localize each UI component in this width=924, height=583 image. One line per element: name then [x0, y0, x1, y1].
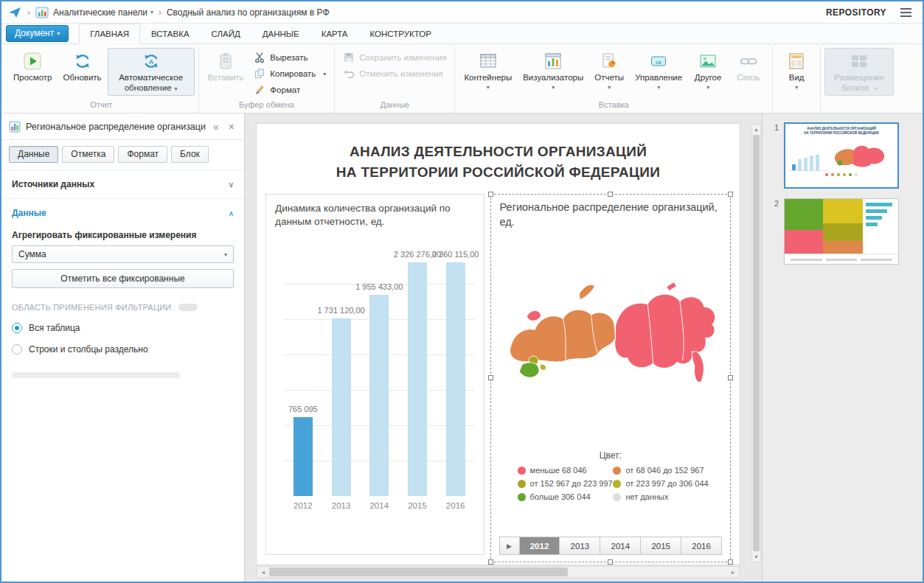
bar-column-2016[interactable]: 2 360 115,00 [437, 250, 475, 496]
bar-column-2015[interactable]: 2 326 276,00 [398, 250, 437, 496]
format-button[interactable]: Формат [249, 83, 330, 97]
management-button[interactable]: ок Управление ▾ [630, 48, 687, 92]
slide-thumbnail-1[interactable]: АНАЛИЗ ДЕЯТЕЛЬНОСТИ ОРГАНИЗАЦИЙ НА ТЕРРИ… [784, 122, 899, 189]
selection-handle[interactable] [728, 192, 733, 197]
auto-refresh-button[interactable]: A Автоматическое обновление▾ [108, 48, 195, 96]
mark-all-fixed-button[interactable]: Отметить все фиксированные [12, 269, 234, 288]
refresh-button[interactable]: Обновить [58, 48, 107, 85]
chevron-down-icon[interactable]: ▾ [150, 9, 153, 15]
legend-item: больше 306 044 [518, 492, 614, 501]
section-data[interactable]: Данные ∧ [1, 199, 244, 227]
other-button[interactable]: Другое ▾ [688, 48, 728, 92]
paste-button[interactable]: Вставить [203, 48, 249, 85]
bar-chart-block[interactable]: Динамика количества организаций по данны… [265, 194, 484, 555]
scroll-left-icon[interactable]: ◂ [257, 569, 269, 576]
bar-column-2012[interactable]: 765 095 [284, 250, 322, 496]
slide-thumbnail-2[interactable] [784, 198, 899, 265]
map-block[interactable]: Региональное распределение организаций, … [490, 194, 731, 562]
year-button-2013[interactable]: 2013 [560, 537, 600, 554]
legend-item: от 152 967 до 223 997 [518, 479, 614, 488]
selection-handle[interactable] [728, 559, 733, 565]
containers-button[interactable]: Контейнеры ▾ [459, 48, 517, 92]
scroll-down-icon[interactable]: ▾ [754, 552, 757, 562]
save-changes-button[interactable]: Сохранить изменения [338, 50, 451, 65]
horizontal-scroll-thumb[interactable] [269, 568, 568, 576]
selection-handle[interactable] [488, 559, 493, 565]
tab-home[interactable]: ГЛАВНАЯ [79, 24, 140, 44]
bar-column-2014[interactable]: 1 955 433,00 [360, 250, 398, 496]
scroll-right-icon[interactable]: ▸ [727, 569, 739, 576]
thumb-map [828, 137, 892, 171]
document-menu-button[interactable]: Документ▾ [6, 25, 69, 42]
scroll-up-icon[interactable]: ▴ [754, 125, 757, 134]
grip-handle[interactable] [178, 304, 198, 311]
cut-button[interactable]: Вырезать [249, 50, 330, 65]
chevron-down-icon: ∨ [229, 181, 234, 189]
horizontal-scrollbar[interactable]: ◂ ▸ [257, 566, 740, 578]
chevron-down-icon: ▾ [323, 71, 326, 77]
vertical-scroll-thumb[interactable] [753, 135, 760, 551]
selection-handle[interactable] [488, 192, 493, 197]
menu-icon[interactable] [898, 6, 914, 19]
breadcrumb-root[interactable]: Аналитические панели [53, 7, 147, 18]
block-layout-button[interactable]: Размещение блоков ▾ [824, 48, 894, 96]
panel-tab-format[interactable]: Формат [118, 146, 167, 163]
bar[interactable] [332, 318, 351, 496]
visualizers-button[interactable]: Визуализаторы ▾ [518, 48, 588, 92]
chevron-down-icon: ▾ [795, 85, 798, 90]
view-button[interactable]: Вид ▾ [777, 48, 816, 92]
selection-handle[interactable] [608, 559, 613, 565]
app-logo-icon[interactable] [7, 5, 22, 20]
bar[interactable] [369, 295, 389, 495]
blocks-icon [850, 52, 869, 71]
panel-tab-data[interactable]: Данные [9, 146, 58, 163]
close-panel-icon[interactable]: × [226, 121, 237, 133]
breadcrumb-current[interactable]: Сводный анализ по организациям в РФ [167, 7, 330, 18]
tab-map[interactable]: КАРТА [310, 24, 359, 43]
russia-map[interactable] [500, 232, 721, 447]
visualizers-label: Визуализаторы [523, 73, 583, 83]
tab-slide[interactable]: СЛАЙД [201, 24, 251, 43]
collapse-panel-icon[interactable]: « [211, 121, 221, 133]
thumbnail-row: 1 АНАЛИЗ ДЕЯТЕЛЬНОСТИ ОРГАНИЗАЦИЙ НА ТЕР… [770, 122, 917, 189]
section-data-sources[interactable]: Источники данных ∨ [1, 170, 244, 199]
year-button-2014[interactable]: 2014 [600, 537, 641, 554]
panel-tab-block[interactable]: Блок [171, 146, 209, 163]
selection-handle[interactable] [728, 375, 733, 380]
bar[interactable] [293, 417, 313, 495]
properties-panel: Региональное распределение организаций «… [1, 114, 245, 582]
panel-slider[interactable] [12, 372, 180, 378]
legend-color-dot [613, 493, 621, 501]
radio-unselected-icon[interactable] [12, 344, 22, 355]
bar[interactable] [408, 262, 427, 496]
radio-rows-cols[interactable]: Строки и столбцы раздельно [12, 344, 234, 355]
bar-column-2013[interactable]: 1 731 120,00 [322, 250, 361, 496]
selection-handle[interactable] [608, 192, 613, 197]
link-button[interactable]: Связь [729, 48, 768, 85]
undo-changes-button[interactable]: Отменить изменения [338, 66, 451, 81]
year-button-2012[interactable]: 2012 [520, 537, 560, 554]
panel-tab-mark[interactable]: Отметка [62, 146, 114, 163]
tab-constructor[interactable]: КОНСТРУКТОР [359, 24, 442, 43]
bar[interactable] [446, 262, 465, 496]
save-changes-label: Сохранить изменения [359, 53, 446, 62]
tab-insert[interactable]: ВСТАВКА [140, 24, 201, 43]
selection-handle[interactable] [488, 375, 493, 380]
year-button-2015[interactable]: 2015 [641, 537, 681, 554]
year-button-2016[interactable]: 2016 [681, 537, 721, 554]
legend-item: от 68 046 до 152 967 [613, 466, 721, 475]
format-label: Формат [270, 85, 300, 94]
copy-button[interactable]: Копировать ▾ [249, 66, 330, 81]
reports-button[interactable]: Отчеты ▾ [589, 48, 629, 92]
radio-whole-table[interactable]: Вся таблица [12, 323, 234, 333]
vertical-scrollbar[interactable]: ▴ ▾ [751, 124, 761, 562]
radio-selected-icon[interactable] [12, 323, 22, 333]
repository-label[interactable]: REPOSITORY [826, 7, 886, 18]
aggregate-select[interactable]: Сумма ▾ [12, 245, 234, 263]
preview-button[interactable]: Просмотр [8, 48, 58, 85]
thumb-title: АНАЛИЗ ДЕЯТЕЛЬНОСТИ ОРГАНИЗАЦИЙ НА ТЕРРИ… [785, 124, 897, 136]
mark-all-fixed-label: Отметить все фиксированные [60, 273, 184, 284]
play-button[interactable]: ▶ [500, 537, 520, 554]
tab-data[interactable]: ДАННЫЕ [251, 24, 310, 43]
canvas: АНАЛИЗ ДЕЯТЕЛЬНОСТИ ОРГАНИЗАЦИЙ НА ТЕРРИ… [245, 114, 762, 582]
